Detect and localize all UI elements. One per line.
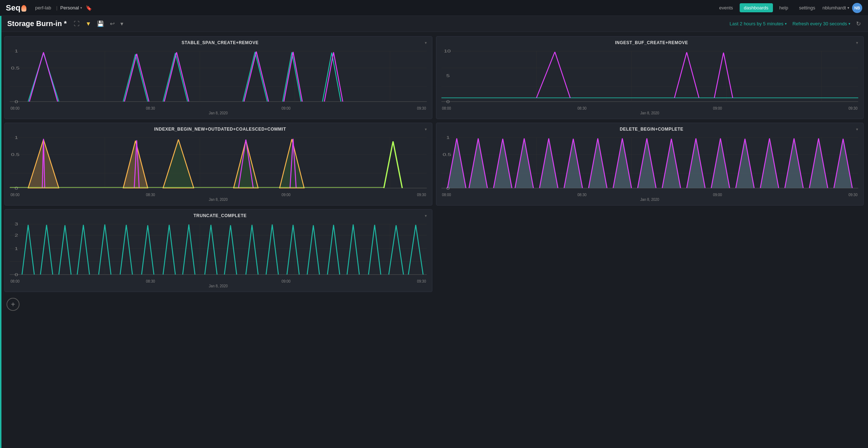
toolbar-actions: ⛶ ▼ 💾 ↩ ▾	[72, 20, 125, 28]
nav-settings[interactable]: settings	[795, 3, 820, 12]
filter-icon[interactable]: ▼	[84, 20, 93, 28]
svg-marker-52	[469, 138, 487, 188]
x-label: 08:30	[146, 193, 155, 197]
chart-x-labels: 08:00 08:30 09:00 09:30	[10, 193, 427, 197]
x-label: 08:30	[146, 106, 155, 110]
svg-marker-56	[564, 139, 582, 188]
chart-date-label: Jan 8, 2020	[10, 111, 427, 115]
svg-marker-63	[736, 139, 754, 188]
svg-text:0.5: 0.5	[11, 152, 20, 157]
svg-text:5: 5	[446, 73, 450, 78]
chart-svg-area-indexer-begin: 1 0.5 0	[10, 134, 427, 192]
undo-icon[interactable]: ↩	[108, 20, 116, 28]
nav-links: events dashboards help settings	[715, 3, 820, 12]
x-label: 08:30	[577, 106, 586, 110]
svg-text:1: 1	[446, 136, 450, 140]
svg-marker-59	[637, 138, 656, 188]
chevron-down-icon[interactable]: ▾	[119, 20, 125, 28]
nav-events[interactable]: events	[715, 3, 737, 12]
svg-marker-67	[834, 139, 852, 188]
chart-svg-area-ingest-buf: 10 5 0	[441, 47, 859, 105]
svg-text:0.5: 0.5	[442, 152, 451, 157]
nav-divider: |	[56, 5, 57, 10]
chart-expand-icon[interactable]: ▾	[425, 41, 427, 45]
chart-header: STABLE_SPAN_CREATE+REMOVE ▾	[10, 40, 427, 45]
workspace-selector[interactable]: Personal ▾	[60, 5, 82, 10]
chart-title-ingest-buf: INGEST_BUF_CREATE+REMOVE	[447, 40, 856, 45]
dashboard-title: Storage Burn-in *	[7, 20, 67, 28]
add-panel-button[interactable]: +	[7, 298, 20, 311]
left-accent-bar	[0, 16, 1, 448]
x-label: 09:30	[848, 106, 858, 110]
svg-text:0: 0	[15, 100, 18, 104]
chart-expand-icon[interactable]: ▾	[856, 127, 858, 132]
x-label: 09:00	[282, 106, 291, 110]
x-label: 09:30	[848, 193, 858, 197]
chart-svg-area-delete-begin: 1 0.5 0	[441, 134, 859, 192]
x-label: 09:30	[417, 106, 426, 110]
app-logo[interactable]: Seq	[6, 3, 26, 13]
chart-header: DELETE_BEGIN+COMPLETE ▾	[441, 127, 859, 132]
x-label: 08:00	[442, 106, 451, 110]
svg-text:0.5: 0.5	[11, 66, 20, 70]
svg-text:3: 3	[15, 222, 18, 227]
svg-text:1: 1	[15, 136, 18, 140]
username-label: nblumhardt	[822, 5, 846, 10]
dashboard-row-3: TRUNCATE_COMPLETE ▾ 3 2 1 0	[4, 209, 864, 292]
refresh-button[interactable]: ↻	[856, 20, 861, 27]
chart-title-delete-begin: DELETE_BEGIN+COMPLETE	[447, 127, 856, 132]
chart-ingest-buf: INGEST_BUF_CREATE+REMOVE ▾ 10 5 0	[436, 36, 864, 119]
save-icon[interactable]: 💾	[95, 20, 106, 28]
user-chevron-icon: ▾	[847, 6, 849, 10]
refresh-label: Refresh every 30 seconds	[792, 21, 847, 26]
nav-help[interactable]: help	[775, 3, 793, 12]
logo-text: Seq	[6, 3, 20, 13]
logo-flame-icon	[21, 5, 26, 12]
x-label: 09:30	[417, 279, 426, 283]
svg-marker-55	[539, 138, 558, 188]
svg-marker-61	[687, 138, 705, 188]
chart-svg: 1 0.5 0	[10, 134, 427, 192]
chart-expand-icon[interactable]: ▾	[425, 214, 427, 218]
topnav: Seq perf-lab | Personal ▾ 🔖 events dashb…	[0, 0, 868, 16]
chart-header: INGEST_BUF_CREATE+REMOVE ▾	[441, 40, 859, 45]
chart-date-label: Jan 8, 2020	[10, 284, 427, 288]
refresh-selector[interactable]: Refresh every 30 seconds ▾	[792, 21, 850, 26]
chart-x-labels: 08:00 08:30 09:00 09:30	[10, 106, 427, 110]
nav-dashboards[interactable]: dashboards	[740, 3, 773, 12]
chart-date-label: Jan 8, 2020	[441, 198, 859, 202]
x-label: 09:00	[282, 193, 291, 197]
time-range-selector[interactable]: Last 2 hours by 5 minutes ▾	[730, 21, 787, 26]
chart-svg: 3 2 1 0	[10, 220, 427, 278]
chart-header: INDEXER_BEGIN_NEW+OUTDATED+COALESCED+COM…	[10, 127, 427, 132]
expand-icon[interactable]: ⛶	[72, 20, 81, 28]
user-menu[interactable]: nblumhardt ▾	[822, 5, 849, 10]
svg-text:1: 1	[15, 246, 18, 251]
chart-x-labels: 08:00 08:30 09:00 09:30	[441, 193, 859, 197]
chart-svg-area-truncate-complete: 3 2 1 0	[10, 220, 427, 278]
chart-svg: 10 5 0	[441, 47, 859, 105]
chart-date-label: Jan 8, 2020	[10, 198, 427, 202]
chart-stable-span: STABLE_SPAN_CREATE+REMOVE ▾ 1	[4, 36, 432, 119]
x-label: 09:00	[713, 106, 722, 110]
x-label: 08:00	[442, 193, 451, 197]
chart-x-labels: 08:00 08:30 09:00 09:30	[441, 106, 859, 110]
bookmark-icon[interactable]: 🔖	[86, 5, 92, 11]
svg-marker-53	[493, 139, 512, 188]
x-label: 09:00	[282, 279, 291, 283]
svg-text:0: 0	[446, 100, 450, 104]
x-label: 08:30	[146, 279, 155, 283]
chart-svg-area-stable-span: 1 0.5 0	[10, 47, 427, 105]
chart-title-indexer-begin: INDEXER_BEGIN_NEW+OUTDATED+COALESCED+COM…	[16, 127, 425, 132]
x-label: 08:00	[10, 106, 20, 110]
chart-expand-icon[interactable]: ▾	[856, 41, 858, 45]
chart-indexer-begin: INDEXER_BEGIN_NEW+OUTDATED+COALESCED+COM…	[4, 123, 432, 206]
chart-date-label: Jan 8, 2020	[441, 111, 859, 115]
svg-marker-64	[760, 138, 779, 188]
dashboard-toolbar: Storage Burn-in * ⛶ ▼ 💾 ↩ ▾ Last 2 hours…	[0, 16, 868, 32]
chart-expand-icon[interactable]: ▾	[425, 127, 427, 132]
dashboard-row-1: STABLE_SPAN_CREATE+REMOVE ▾ 1	[4, 36, 864, 119]
workspace-chevron-icon: ▾	[80, 6, 82, 10]
svg-marker-36	[163, 139, 194, 188]
user-avatar[interactable]: NB	[852, 3, 862, 13]
